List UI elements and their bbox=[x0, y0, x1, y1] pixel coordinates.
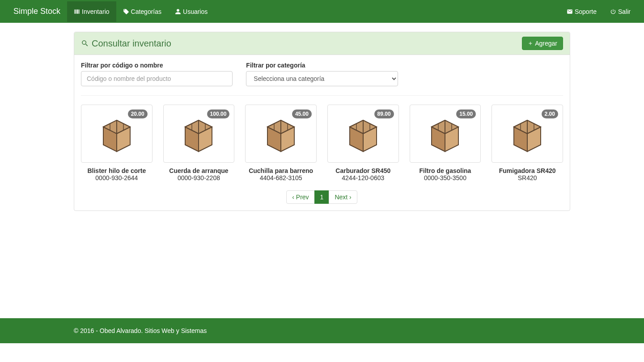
qty-badge: 45.00 bbox=[292, 109, 312, 118]
page-prev[interactable]: ‹ Prev bbox=[286, 190, 314, 204]
qty-badge: 89.00 bbox=[374, 109, 394, 118]
panel-heading: Consultar inventario Agregar bbox=[74, 32, 570, 55]
nav-inventario[interactable]: Inventario bbox=[67, 1, 116, 22]
product-card[interactable]: 15.00Filtro de gasolina0000-350-3500 bbox=[410, 105, 481, 181]
product-name: Cuerda de arranque bbox=[163, 167, 235, 174]
search-icon bbox=[81, 39, 89, 47]
add-button[interactable]: Agregar bbox=[522, 37, 563, 50]
power-icon bbox=[610, 8, 616, 15]
page-next[interactable]: Next › bbox=[329, 190, 357, 204]
box-icon bbox=[505, 111, 550, 156]
page-1[interactable]: 1 bbox=[314, 190, 330, 204]
filter-name-input[interactable] bbox=[81, 71, 233, 86]
product-name: Carburador SR450 bbox=[327, 167, 399, 174]
products-grid: 20.00Blister hilo de corte0000-930-26441… bbox=[81, 105, 563, 181]
qty-badge: 100.00 bbox=[207, 109, 230, 118]
product-thumbnail: 45.00 bbox=[245, 105, 317, 163]
panel-title: Consultar inventario bbox=[81, 38, 171, 49]
filter-row: Filtrar por código o nombre Filtrar por … bbox=[81, 62, 563, 86]
product-code: 0000-930-2644 bbox=[81, 174, 153, 181]
product-card[interactable]: 45.00Cuchilla para barreno4404-682-3105 bbox=[245, 105, 317, 181]
nav-usuarios[interactable]: Usuarios bbox=[168, 1, 214, 22]
nav-salir[interactable]: Salir bbox=[603, 1, 637, 22]
product-code: 0000-930-2208 bbox=[163, 174, 235, 181]
footer-text: © 2016 - Obed Alvarado. Sitios Web y Sis… bbox=[67, 327, 577, 334]
product-name: Filtro de gasolina bbox=[410, 167, 481, 174]
nav-soporte[interactable]: Soporte bbox=[560, 1, 603, 22]
product-name: Blister hilo de corte bbox=[81, 167, 153, 174]
product-card[interactable]: 2.00Fumigadora SR420SR420 bbox=[491, 105, 563, 181]
qty-badge: 2.00 bbox=[542, 109, 558, 118]
panel-body: Filtrar por código o nombre Filtrar por … bbox=[74, 55, 570, 210]
divider bbox=[81, 95, 563, 96]
nav-right: Soporte Salir bbox=[560, 1, 637, 22]
product-name: Cuchilla para barreno bbox=[245, 167, 317, 174]
user-icon bbox=[175, 8, 181, 15]
product-thumbnail: 2.00 bbox=[491, 105, 563, 163]
product-card[interactable]: 20.00Blister hilo de corte0000-930-2644 bbox=[81, 105, 153, 181]
navbar: Simple Stock Inventario Categorías Usuar… bbox=[0, 0, 644, 23]
product-thumbnail: 89.00 bbox=[327, 105, 399, 163]
nav-left: Inventario Categorías Usuarios bbox=[67, 1, 560, 22]
brand[interactable]: Simple Stock bbox=[7, 0, 67, 23]
product-code: 4244-120-0603 bbox=[327, 174, 399, 181]
nav-categorias[interactable]: Categorías bbox=[116, 1, 168, 22]
product-code: 0000-350-3500 bbox=[410, 174, 481, 181]
product-code: 4404-682-3105 bbox=[245, 174, 317, 181]
product-thumbnail: 15.00 bbox=[410, 105, 481, 163]
pagination: ‹ Prev 1 Next › bbox=[81, 190, 563, 204]
product-card[interactable]: 100.00Cuerda de arranque0000-930-2208 bbox=[163, 105, 235, 181]
product-code: SR420 bbox=[491, 174, 563, 181]
barcode-icon bbox=[74, 8, 80, 15]
product-name: Fumigadora SR420 bbox=[491, 167, 563, 174]
filter-category-label: Filtrar por categoría bbox=[246, 62, 398, 69]
envelope-icon bbox=[567, 8, 573, 15]
product-card[interactable]: 89.00Carburador SR4504244-120-0603 bbox=[327, 105, 399, 181]
tags-icon bbox=[123, 8, 129, 15]
filter-category-group: Filtrar por categoría Selecciona una cat… bbox=[246, 62, 398, 86]
qty-badge: 15.00 bbox=[456, 109, 476, 118]
plus-icon bbox=[528, 41, 533, 46]
qty-badge: 20.00 bbox=[128, 109, 148, 118]
main-container: Consultar inventario Agregar Filtrar por… bbox=[67, 23, 577, 229]
filter-name-group: Filtrar por código o nombre bbox=[81, 62, 233, 86]
inventory-panel: Consultar inventario Agregar Filtrar por… bbox=[74, 32, 570, 211]
filter-category-select[interactable]: Selecciona una categoría bbox=[246, 71, 398, 86]
footer: © 2016 - Obed Alvarado. Sitios Web y Sis… bbox=[0, 318, 644, 343]
product-thumbnail: 20.00 bbox=[81, 105, 153, 163]
filter-name-label: Filtrar por código o nombre bbox=[81, 62, 233, 69]
product-thumbnail: 100.00 bbox=[163, 105, 235, 163]
